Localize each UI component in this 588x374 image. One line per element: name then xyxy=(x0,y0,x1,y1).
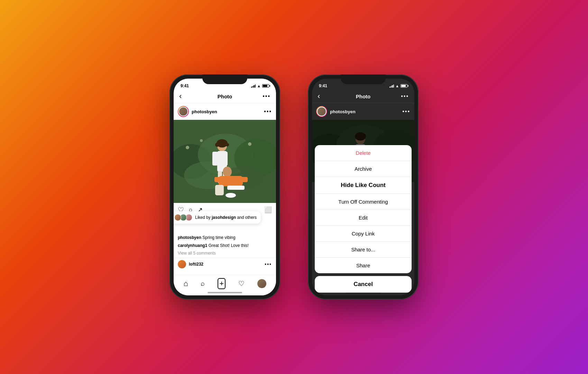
phone-screen-right: 9:41 ▲ ‹ Photo ••• xyxy=(312,79,414,295)
svg-point-22 xyxy=(215,143,219,147)
action-edit[interactable]: Edit xyxy=(315,210,412,226)
liked-avatars xyxy=(174,214,190,221)
username-right[interactable]: photosbyen xyxy=(330,109,399,114)
svg-point-24 xyxy=(226,193,236,198)
caption-username[interactable]: photosbyen xyxy=(178,235,201,240)
action-copy-link[interactable]: Copy Link xyxy=(315,226,412,242)
wifi-icon-right: ▲ xyxy=(395,84,399,88)
svg-rect-11 xyxy=(212,152,218,166)
notch xyxy=(202,74,247,84)
post-more-left[interactable]: ••• xyxy=(264,108,272,115)
nav-title-left: Photo xyxy=(218,93,232,99)
action-cancel[interactable]: Cancel xyxy=(315,276,412,293)
notch-right xyxy=(341,74,386,84)
post-illustration xyxy=(174,120,276,203)
status-icons-left: ▲ xyxy=(251,84,269,88)
left-phone: 9:41 ▲ ‹ Photo ••• xyxy=(169,74,280,300)
svg-rect-16 xyxy=(219,176,243,186)
save-icon-left[interactable]: ⬜ xyxy=(264,206,272,214)
svg-point-7 xyxy=(200,139,203,142)
action-turn-off-commenting[interactable]: Turn Off Commenting xyxy=(315,194,412,210)
svg-rect-18 xyxy=(241,177,248,182)
avatar-right[interactable] xyxy=(316,106,327,117)
svg-rect-17 xyxy=(214,177,221,182)
add-icon[interactable]: + xyxy=(218,278,226,289)
right-phone: 9:41 ▲ ‹ Photo ••• xyxy=(308,74,419,300)
liked-by-suffix: and others xyxy=(236,215,257,220)
more-button-right[interactable]: ••• xyxy=(401,93,409,99)
commenter-avatar xyxy=(178,260,186,268)
commenter-name[interactable]: lofti232 xyxy=(189,262,203,267)
status-time-left: 9:41 xyxy=(181,83,189,88)
svg-rect-12 xyxy=(222,152,228,166)
battery-icon-left xyxy=(262,84,269,88)
more-button-left[interactable]: ••• xyxy=(263,93,270,99)
profile-icon[interactable] xyxy=(257,279,266,288)
action-share-to[interactable]: Share to... xyxy=(315,242,412,258)
liked-avatar-1 xyxy=(174,214,181,221)
post-more-right[interactable]: ••• xyxy=(402,108,410,115)
nav-title-right: Photo xyxy=(356,93,371,99)
action-delete[interactable]: Delete xyxy=(315,145,412,161)
post-image-left xyxy=(174,120,276,203)
comment-username[interactable]: carolynhuang1 xyxy=(178,243,207,248)
action-share[interactable]: Share xyxy=(315,258,412,273)
comment-row: lofti232 ••• xyxy=(174,258,276,270)
action-hide-like-count[interactable]: Hide Like Count xyxy=(315,177,412,194)
back-button-left[interactable]: ‹ xyxy=(179,92,182,100)
home-indicator-left xyxy=(208,292,242,293)
liked-by-prefix: Liked by xyxy=(195,215,212,220)
view-comments[interactable]: View all 5 comments xyxy=(174,250,276,256)
caption-area: photosbyen Spring time vibing xyxy=(174,234,276,241)
post-image-bg-left xyxy=(174,120,276,203)
status-icons-right: ▲ xyxy=(389,84,407,88)
signal-icon-right xyxy=(389,84,394,88)
liked-by-username: jasohdesign xyxy=(212,215,236,220)
comment-area: carolynhuang1 Great Shot! Love this! xyxy=(174,242,276,249)
liked-by-section: Liked by jasohdesign and others xyxy=(174,217,276,231)
nav-header-right: ‹ Photo ••• xyxy=(312,91,414,103)
status-time-right: 9:41 xyxy=(319,83,327,88)
post-header-right: photosbyen ••• xyxy=(312,103,414,120)
action-archive[interactable]: Archive xyxy=(315,161,412,177)
svg-point-15 xyxy=(223,167,232,177)
svg-rect-20 xyxy=(227,186,245,190)
phone-screen-left: 9:41 ▲ ‹ Photo ••• xyxy=(174,79,276,295)
svg-point-23 xyxy=(226,143,229,146)
wifi-icon-left: ▲ xyxy=(257,84,261,88)
avatar-img-left xyxy=(178,107,188,116)
svg-rect-19 xyxy=(215,185,224,195)
caption-text: Spring time vibing xyxy=(201,235,236,240)
liked-by-text: Liked by jasohdesign and others xyxy=(195,215,257,220)
liked-by-bubble: Liked by jasohdesign and others xyxy=(174,211,261,224)
svg-point-8 xyxy=(248,142,251,146)
heart-icon-nav[interactable]: ♡ xyxy=(238,279,245,288)
username-left[interactable]: photosbyen xyxy=(192,109,261,114)
svg-point-33 xyxy=(355,132,366,141)
comment-text: Great Shot! Love this! xyxy=(207,243,248,248)
post-header-left: photosbyen ••• xyxy=(174,103,276,120)
action-sheet-main: Delete Archive Hide Like Count Turn Off … xyxy=(315,145,412,273)
signal-icon-left xyxy=(251,84,256,88)
nav-header-left: ‹ Photo ••• xyxy=(174,91,276,103)
svg-point-6 xyxy=(186,146,189,149)
action-sheet: Delete Archive Hide Like Count Turn Off … xyxy=(312,145,414,295)
avatar-left[interactable] xyxy=(178,106,189,117)
search-icon[interactable]: ⌕ xyxy=(201,279,205,287)
avatar-img-right xyxy=(317,107,327,116)
home-icon[interactable]: ⌂ xyxy=(183,279,188,288)
battery-icon-right xyxy=(401,84,407,88)
back-button-right[interactable]: ‹ xyxy=(318,92,320,100)
comment-more[interactable]: ••• xyxy=(265,261,272,267)
